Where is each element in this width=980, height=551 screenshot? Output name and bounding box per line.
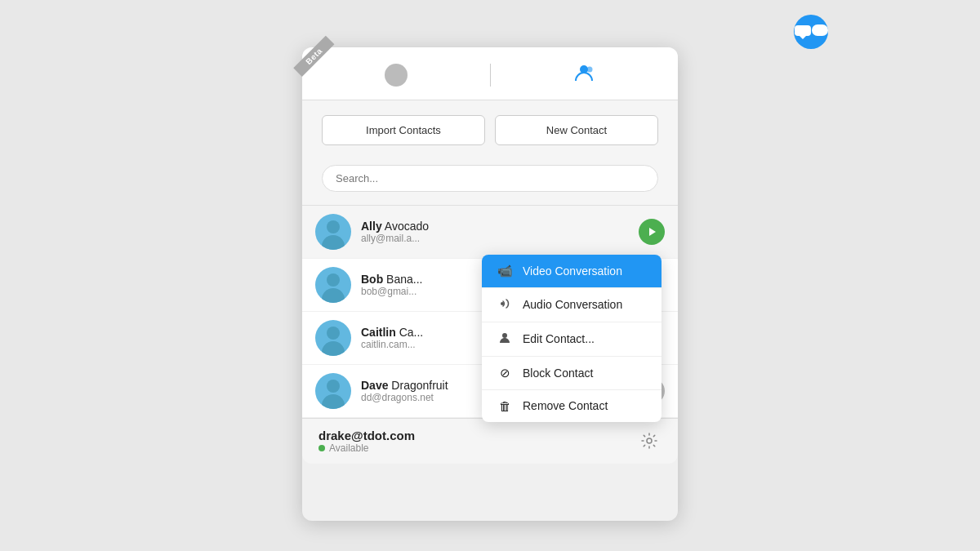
- tab-bar: [302, 47, 678, 100]
- contact-badge-green: [639, 219, 665, 245]
- menu-item-remove[interactable]: 🗑 Remove Contact: [482, 390, 662, 422]
- remove-icon: 🗑: [497, 399, 513, 413]
- status-label: Available: [329, 442, 368, 454]
- avatar: [315, 214, 351, 250]
- user-email: drake@tdot.com: [318, 429, 415, 442]
- contact-email: ally@mail.a...: [361, 233, 639, 244]
- avatar-torso: [322, 341, 345, 356]
- menu-item-block[interactable]: ⊘ Block Contact: [482, 357, 662, 389]
- edit-icon: [497, 331, 513, 347]
- menu-label-remove: Remove Contact: [523, 399, 608, 412]
- audio-icon: [497, 297, 513, 313]
- main-panel: Beta Import Contacts New Contact: [302, 47, 678, 521]
- menu-label-block: Block Contact: [523, 367, 593, 380]
- avatar: [315, 320, 351, 356]
- menu-item-edit[interactable]: Edit Contact...: [482, 322, 662, 356]
- context-menu: 📹 Video Conversation Audio Conversation: [482, 255, 662, 422]
- avatar-body: [327, 220, 340, 233]
- contact-info: Ally Avocado ally@mail.a...: [361, 220, 639, 244]
- contact-list: Ally Avocado ally@mail.a... 📹 Video Conv…: [302, 205, 678, 418]
- user-status: Available: [318, 442, 415, 454]
- block-icon: ⊘: [497, 366, 513, 380]
- avatar: [315, 267, 351, 303]
- menu-label-edit: Edit Contact...: [523, 332, 595, 345]
- action-buttons: Import Contacts New Contact: [302, 100, 678, 158]
- svg-point-6: [502, 333, 507, 338]
- contact-wrapper-ally: Ally Avocado ally@mail.a... 📹 Video Conv…: [302, 206, 678, 259]
- search-bar: [302, 158, 678, 205]
- avatar-torso: [322, 394, 345, 409]
- svg-point-5: [501, 302, 504, 305]
- chat-tab-icon: [385, 64, 408, 87]
- search-input[interactable]: [322, 165, 658, 192]
- svg-rect-0: [795, 25, 811, 36]
- app-icon: [794, 15, 828, 49]
- contact-name: Ally Avocado: [361, 220, 639, 233]
- avatar-body: [327, 327, 340, 340]
- tab-chat[interactable]: [302, 59, 490, 91]
- contacts-tab-icon: [573, 64, 595, 87]
- menu-label-video: Video Conversation: [523, 264, 622, 278]
- bottom-bar: drake@tdot.com Available: [302, 418, 678, 464]
- new-contact-button[interactable]: New Contact: [495, 115, 658, 145]
- user-info: drake@tdot.com Available: [318, 429, 415, 454]
- tab-contacts[interactable]: [491, 59, 679, 91]
- video-icon: 📹: [497, 264, 513, 278]
- menu-label-audio: Audio Conversation: [523, 298, 622, 311]
- svg-marker-4: [649, 228, 656, 236]
- avatar: [315, 373, 351, 409]
- contact-item[interactable]: Ally Avocado ally@mail.a...: [302, 206, 678, 259]
- avatar-torso: [322, 235, 345, 250]
- svg-point-7: [647, 438, 652, 443]
- svg-marker-1: [800, 36, 806, 39]
- import-contacts-button[interactable]: Import Contacts: [322, 115, 485, 145]
- svg-point-3: [587, 66, 593, 72]
- avatar-body: [327, 380, 340, 393]
- menu-item-audio[interactable]: Audio Conversation: [482, 288, 662, 322]
- status-dot: [318, 445, 325, 451]
- settings-button[interactable]: [637, 429, 662, 453]
- menu-item-video[interactable]: 📹 Video Conversation: [482, 255, 662, 287]
- avatar-torso: [322, 288, 345, 303]
- avatar-body: [327, 273, 340, 287]
